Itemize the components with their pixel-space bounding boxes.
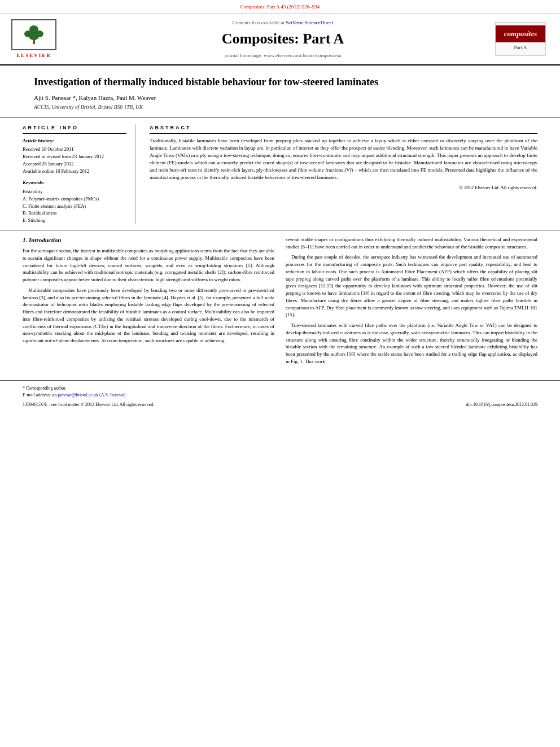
copyright-line: © 2012 Elsevier Ltd. All rights reserved… xyxy=(150,185,537,191)
elsevier-tree-icon xyxy=(20,24,48,45)
page: Composites: Part A 43 (2012) 926–934 ELS… xyxy=(0,0,560,747)
footer-info: 1359-835X/$ – see front matter © 2012 El… xyxy=(23,401,537,408)
right-paragraph-2: During the past couple of decades, the a… xyxy=(286,254,537,318)
received-revised-date: Received in revised form 23 January 2012 xyxy=(23,153,126,160)
journal-homepage: journal homepage: www.elsevier.com/locat… xyxy=(225,52,342,59)
abstract-column: ABSTRACT Traditionally, bistable laminat… xyxy=(147,124,537,224)
keywords-label: Keywords: xyxy=(23,179,126,186)
article-info-abstract-section: ARTICLE INFO Article history: Received 1… xyxy=(0,117,560,230)
elsevier-logo: ELSEVIER xyxy=(11,19,56,59)
svg-rect-4 xyxy=(33,40,35,44)
footer-section: * Corresponding author. E-mail address: … xyxy=(0,380,560,410)
elsevier-label: ELSEVIER xyxy=(16,52,51,59)
article-history-label: Article history: xyxy=(23,137,126,145)
keyword-stitching: E. Stitching xyxy=(23,217,126,224)
intro-paragraph-2: Multistable composites have previously b… xyxy=(23,287,274,344)
body-right-column: several stable shapes or configurations … xyxy=(286,236,537,369)
accepted-date: Accepted 26 January 2012 xyxy=(23,160,126,168)
abstract-label: ABSTRACT xyxy=(150,124,537,134)
footer-doi: doi:10.1016/j.compositesa.2012.01.029 xyxy=(466,401,537,408)
journal-header-center: Contents lists available at SciVerse Sci… xyxy=(79,19,487,59)
footnote-email: E-mail address: a.s.panesar@bristol.ac.u… xyxy=(23,392,537,399)
elsevier-logo-box xyxy=(11,19,56,50)
body-content: 1. Introduction For the aerospace sector… xyxy=(0,230,560,374)
received-date: Received 18 October 2011 xyxy=(23,146,126,153)
article-affiliation: ACCIS, University of Bristol, Bristol BS… xyxy=(34,104,526,111)
composites-logo-area: composites Part A xyxy=(492,19,549,59)
composites-logo-sub: Part A xyxy=(514,45,527,50)
article-authors: Ajit S. Panesar *, Kalyan Hazra, Paul M.… xyxy=(34,94,526,102)
sciverse-text: SciVerse ScienceDirect xyxy=(286,20,333,25)
intro-paragraph-1: For the aerospace sector, the interest i… xyxy=(23,247,274,283)
footer-issn: 1359-835X/$ – see front matter © 2012 El… xyxy=(23,401,154,408)
body-left-column: 1. Introduction For the aerospace sector… xyxy=(23,236,274,369)
article-title-section: Investigation of thermally induced bista… xyxy=(0,65,560,117)
sciverse-link: Contents lists available at SciVerse Sci… xyxy=(233,19,334,27)
footnote-email-address: a.s.panesar@bristol.ac.uk (A.S. Panesar)… xyxy=(52,392,126,397)
journal-ref-text: Composites: Part A 43 (2012) 926–934 xyxy=(240,4,320,10)
elsevier-logo-area: ELSEVIER xyxy=(11,19,73,59)
intro-heading: 1. Introduction xyxy=(23,236,274,244)
article-info-label: ARTICLE INFO xyxy=(23,124,126,134)
article-info-column: ARTICLE INFO Article history: Received 1… xyxy=(23,124,135,224)
journal-reference-bar: Composites: Part A 43 (2012) 926–934 xyxy=(0,0,560,14)
footnote-corresponding: * Corresponding author. xyxy=(23,385,537,392)
abstract-text: Traditionally, bistable laminates have b… xyxy=(150,137,537,181)
keyword-bistability: Bistability xyxy=(23,188,126,195)
composites-logo-text: composites xyxy=(504,29,537,39)
journal-header: ELSEVIER Contents lists available at Sci… xyxy=(0,14,560,66)
right-paragraph-1: several stable shapes or configurations … xyxy=(286,236,537,251)
article-title: Investigation of thermally induced bista… xyxy=(34,76,526,89)
svg-point-3 xyxy=(29,32,39,40)
keyword-fea: C. Finite element analysis (FEA) xyxy=(23,203,126,210)
right-paragraph-3: Tow-steered laminates with curved fibre … xyxy=(286,322,537,365)
keyword-pmc: A. Polymer–matrix composites (PMCs) xyxy=(23,195,126,203)
available-date: Available online 10 February 2012 xyxy=(23,168,126,175)
keyword-residual: B. Residual stress xyxy=(23,209,126,217)
journal-title: Composites: Part A xyxy=(222,29,344,49)
composites-logo: composites Part A xyxy=(495,22,546,56)
